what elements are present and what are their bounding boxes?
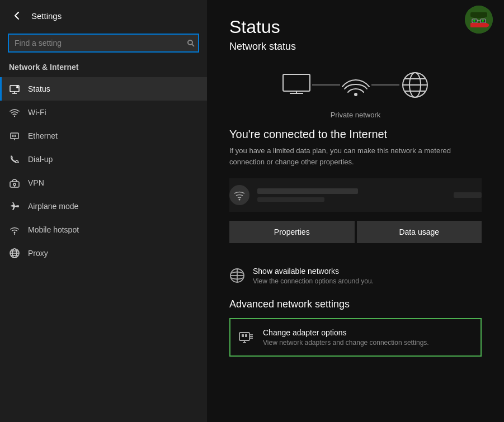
router-icon	[340, 72, 371, 98]
connected-title: You're connected to the Internet	[229, 128, 482, 141]
svg-point-30	[473, 20, 475, 22]
change-adapter-item[interactable]: Change adapter options View network adap…	[229, 318, 482, 357]
ethernet-label: Ethernet	[28, 131, 58, 140]
svg-point-15	[14, 232, 16, 234]
page-title: Status	[229, 17, 482, 37]
svg-rect-49	[242, 334, 244, 337]
show-networks-item[interactable]: Show available networks View the connect…	[229, 259, 482, 293]
vpn-icon	[9, 177, 20, 188]
back-button[interactable]	[9, 8, 25, 23]
vpn-label: VPN	[28, 178, 44, 187]
sidebar-item-airplane[interactable]: Airplane mode	[0, 195, 207, 218]
adapter-desc: View network adapters and change connect…	[263, 339, 429, 347]
data-amount-bar	[454, 192, 482, 198]
connected-desc: If you have a limited data plan, you can…	[229, 145, 482, 167]
network-label: Private network	[229, 111, 482, 119]
sidebar-item-dialup[interactable]: Dial-up	[0, 148, 207, 171]
svg-point-5	[16, 86, 18, 88]
svg-rect-45	[239, 333, 249, 340]
search-container	[8, 34, 199, 53]
svg-point-41	[239, 199, 241, 201]
svg-point-29	[486, 23, 489, 27]
line-1	[312, 84, 340, 86]
status-icon	[9, 83, 20, 94]
show-networks-icon	[229, 268, 245, 283]
globe-icon	[399, 69, 431, 101]
adapter-icon	[238, 329, 255, 346]
svg-rect-22	[465, 6, 493, 34]
search-input[interactable]	[8, 34, 199, 53]
svg-line-1	[192, 44, 194, 46]
search-icon-button[interactable]	[187, 39, 195, 47]
show-networks-text: Show available networks View the connect…	[253, 267, 374, 285]
hotspot-icon	[9, 224, 20, 235]
sidebar-item-ethernet[interactable]: Ethernet	[0, 124, 207, 148]
svg-point-13	[13, 183, 16, 186]
svg-rect-24	[470, 12, 487, 17]
svg-rect-28	[470, 23, 487, 27]
svg-point-35	[354, 93, 357, 96]
wifi-icon	[9, 107, 20, 118]
ethernet-icon	[9, 130, 20, 141]
show-networks-title: Show available networks	[253, 267, 374, 276]
svg-rect-50	[245, 334, 247, 337]
svg-point-0	[188, 40, 192, 45]
properties-button[interactable]: Properties	[229, 221, 355, 243]
network-status-title: Network status	[229, 41, 482, 53]
computer-icon	[281, 72, 312, 98]
svg-point-6	[14, 116, 15, 117]
svg-rect-7	[11, 133, 18, 139]
dialup-label: Dial-up	[28, 155, 53, 164]
show-networks-desc: View the connection options around you.	[253, 277, 374, 285]
app-title: Settings	[31, 11, 62, 21]
adapter-option-text: Change adapter options View network adap…	[263, 328, 429, 347]
sidebar-item-hotspot[interactable]: Mobile hotspot	[0, 218, 207, 241]
airplane-icon	[9, 201, 20, 212]
section-label: Network & Internet	[0, 59, 207, 77]
sidebar-item-wifi[interactable]: Wi-Fi	[0, 101, 207, 124]
status-label: Status	[28, 84, 50, 93]
sidebar-header: Settings	[0, 0, 207, 31]
dialup-icon	[9, 154, 20, 165]
sidebar-item-proxy[interactable]: Proxy	[0, 241, 207, 265]
proxy-icon	[9, 248, 20, 259]
svg-rect-32	[283, 74, 310, 91]
sidebar-item-vpn[interactable]: VPN	[0, 171, 207, 195]
avatar	[465, 6, 493, 34]
sidebar-item-status[interactable]: Status	[0, 77, 207, 101]
wifi-card-icon	[229, 185, 249, 205]
connection-name-bar	[257, 188, 358, 194]
svg-point-31	[482, 20, 484, 22]
sidebar: Settings Network & Internet Status	[0, 0, 207, 422]
hotspot-label: Mobile hotspot	[28, 225, 79, 234]
connection-sub-bar	[257, 197, 324, 202]
airplane-label: Airplane mode	[28, 202, 78, 211]
wifi-label: Wi-Fi	[28, 108, 46, 117]
advanced-title: Advanced network settings	[229, 298, 482, 310]
main-content: Status Network status	[207, 0, 504, 422]
connection-card	[229, 178, 482, 212]
avatar-area	[465, 6, 493, 34]
proxy-label: Proxy	[28, 249, 48, 258]
network-diagram	[229, 64, 482, 106]
connection-details	[257, 188, 446, 202]
action-buttons: Properties Data usage	[229, 221, 482, 243]
line-2	[371, 84, 399, 86]
adapter-title: Change adapter options	[263, 328, 429, 337]
data-usage-button[interactable]: Data usage	[357, 221, 482, 243]
